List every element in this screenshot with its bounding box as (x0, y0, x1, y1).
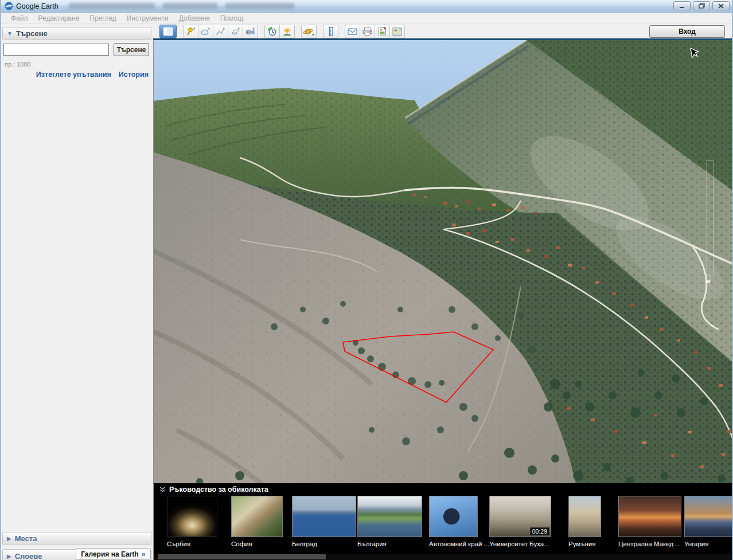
top-row: ▼ Търсене + + + + (1, 24, 733, 40)
tour-thumbnail[interactable] (292, 496, 356, 537)
earth-gallery-button[interactable]: Галерия на Earth » (76, 548, 151, 560)
restore-button[interactable] (693, 1, 710, 10)
login-button[interactable]: Вход (649, 25, 725, 38)
tour-scrollbar-thumb[interactable] (158, 554, 326, 559)
add-path-button[interactable]: + (213, 25, 228, 38)
tour-item-belgrade[interactable]: Белград (292, 496, 356, 547)
close-button[interactable] (712, 1, 730, 10)
get-directions-link[interactable]: Изтеглете упътвания (36, 71, 111, 79)
svg-text:+: + (208, 26, 210, 32)
tour-item-romania[interactable]: Румъния (568, 496, 601, 547)
svg-text:+: + (223, 26, 225, 32)
search-hint: пр.: 1000 (5, 61, 31, 68)
print-button[interactable] (360, 25, 375, 38)
tour-item-autonomous-region[interactable]: Автономний край ... (429, 496, 489, 547)
planets-button[interactable] (301, 25, 317, 38)
google-earth-window: Google Earth Файл Редактиране Преглед Ин… (0, 0, 733, 560)
historical-imagery-button[interactable] (264, 25, 280, 38)
duration-badge: 00:29 (530, 527, 549, 535)
tour-item-sofia[interactable]: София (231, 496, 283, 547)
search-panel-header[interactable]: ▼ Търсене (2, 27, 151, 40)
redacted-text (69, 3, 155, 9)
minimize-button[interactable] (673, 1, 691, 10)
add-polygon-button[interactable]: + (198, 25, 213, 38)
tour-thumbnail[interactable] (568, 496, 601, 537)
svg-text:+: + (252, 26, 255, 32)
menubar: Файл Редактиране Преглед Инструменти Доб… (1, 13, 733, 24)
tour-thumbnail[interactable] (357, 496, 422, 537)
window-controls (673, 1, 730, 10)
tour-thumbnail[interactable] (684, 496, 733, 537)
tour-scrollbar[interactable] (154, 554, 733, 560)
record-tour-button[interactable]: + (243, 25, 258, 38)
layers-panel-title: Слоеве (15, 552, 42, 560)
expand-triangle-icon: ▶ (7, 553, 11, 559)
search-button[interactable]: Търсене (114, 43, 149, 56)
tour-item-hungary[interactable]: Унгария (684, 496, 733, 547)
add-image-overlay-button[interactable]: + (228, 25, 243, 38)
ruler-button[interactable] (323, 25, 338, 38)
double-chevron-down-icon (159, 487, 166, 492)
toggle-sidebar-button[interactable] (159, 25, 177, 38)
map-3d-view[interactable]: Ръководство за обиколката Сърбия София Б… (153, 40, 733, 560)
tour-thumbnail[interactable] (429, 496, 478, 537)
sunlight-button[interactable] (279, 25, 295, 38)
redacted-text (225, 3, 294, 9)
places-panel-title: Места (15, 534, 37, 543)
history-link[interactable]: История (119, 71, 149, 79)
menu-tools[interactable]: Инструменти (122, 14, 174, 22)
terrain-render (154, 40, 733, 560)
svg-text:+: + (237, 26, 240, 32)
window-title: Google Earth (16, 2, 59, 10)
search-input[interactable] (3, 44, 109, 56)
email-button[interactable] (345, 25, 360, 38)
expand-triangle-icon: ▶ (7, 535, 11, 542)
double-chevron-right-icon: » (142, 550, 146, 558)
tour-thumbnail[interactable] (618, 496, 681, 537)
collapse-triangle-icon: ▼ (7, 30, 13, 37)
tour-item-serbia[interactable]: Сърбия (167, 496, 217, 547)
toolbar: + + + + + (153, 24, 733, 40)
redacted-text (163, 3, 217, 9)
tour-item-central-macedonia[interactable]: Централна Макед ... (618, 496, 681, 547)
tour-item-bulgaria[interactable]: България (357, 496, 422, 547)
google-earth-logo-icon (5, 2, 13, 10)
menu-view[interactable]: Преглед (84, 14, 122, 22)
view-in-google-maps-button[interactable] (389, 25, 405, 38)
tour-guide-title: Ръководство за обиколката (169, 485, 268, 494)
menu-add[interactable]: Добавяне (174, 14, 215, 22)
tour-item-university-bucharest[interactable]: 00:29 Университет Буха... (489, 496, 551, 547)
search-panel-title: Търсене (16, 29, 48, 38)
menu-file[interactable]: Файл (6, 14, 33, 22)
tour-guide-header[interactable]: Ръководство за обиколката (159, 485, 268, 494)
titlebar: Google Earth (1, 0, 733, 13)
add-placemark-button[interactable]: + (183, 25, 198, 38)
save-image-button[interactable] (375, 25, 390, 38)
tour-thumbnail[interactable] (167, 496, 217, 537)
menu-help[interactable]: Помощ (215, 14, 248, 22)
svg-text:+: + (193, 26, 196, 32)
places-panel-header[interactable]: ▶ Места (2, 532, 151, 545)
sidebar: Търсене пр.: 1000 Изтеглете упътвания Ис… (1, 40, 153, 560)
tour-guide-panel: Ръководство за обиколката Сърбия София Б… (154, 483, 733, 560)
menu-edit[interactable]: Редактиране (33, 14, 85, 22)
tour-thumbnail[interactable] (231, 496, 283, 537)
tour-thumbnail[interactable]: 00:29 (489, 496, 551, 537)
